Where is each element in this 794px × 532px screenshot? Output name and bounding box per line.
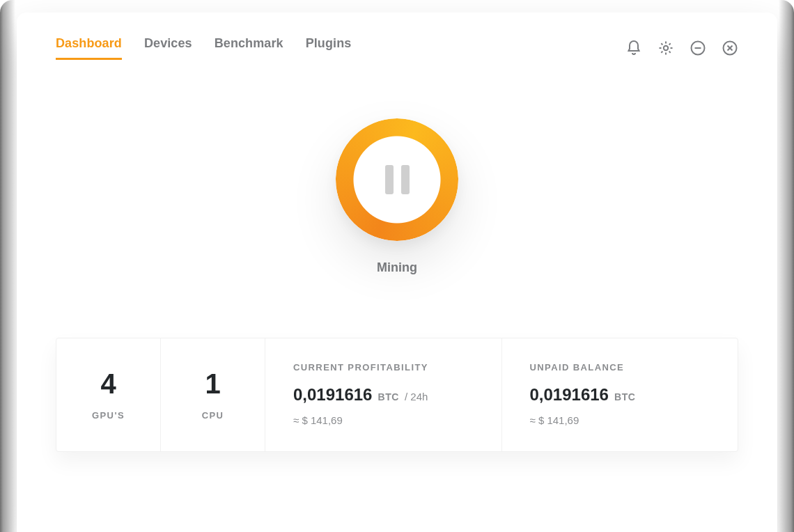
profitability-title: CURRENT PROFITABILITY bbox=[293, 362, 474, 373]
tab-dashboard[interactable]: Dashboard bbox=[56, 36, 122, 60]
profitability-unit: BTC bbox=[377, 391, 399, 402]
gpu-count: 4 bbox=[100, 370, 116, 398]
stat-profitability-card: CURRENT PROFITABILITY 0,0191616 BTC / 24… bbox=[265, 338, 502, 451]
mining-toggle-button[interactable] bbox=[336, 118, 458, 241]
gpu-label: GPU'S bbox=[92, 410, 125, 421]
balance-approx: ≈ $ 141,69 bbox=[530, 414, 710, 426]
stats-row: 4 GPU'S 1 CPU CURRENT PROFITABILITY 0,01… bbox=[56, 338, 738, 452]
profitability-value-line: 0,0191616 BTC / 24h bbox=[293, 385, 474, 405]
tab-devices[interactable]: Devices bbox=[144, 36, 192, 60]
profitability-value: 0,0191616 bbox=[293, 385, 372, 405]
minimize-icon[interactable] bbox=[690, 40, 706, 56]
mining-control-area: Mining bbox=[17, 118, 777, 275]
balance-title: UNPAID BALANCE bbox=[530, 362, 710, 373]
stat-balance-card: UNPAID BALANCE 0,0191616 BTC ≈ $ 141,69 bbox=[502, 338, 738, 451]
bell-icon[interactable] bbox=[625, 40, 642, 56]
profitability-approx: ≈ $ 141,69 bbox=[293, 414, 474, 426]
tab-benchmark[interactable]: Benchmark bbox=[215, 36, 283, 60]
close-icon[interactable] bbox=[722, 40, 738, 56]
cpu-label: CPU bbox=[202, 410, 224, 421]
stat-gpu-card: 4 GPU'S bbox=[56, 338, 161, 451]
balance-value: 0,0191616 bbox=[530, 385, 609, 405]
app-window: Dashboard Devices Benchmark Plugins bbox=[17, 13, 777, 532]
mining-status-label: Mining bbox=[377, 260, 417, 275]
gear-icon[interactable] bbox=[657, 40, 674, 56]
profitability-per: / 24h bbox=[405, 391, 428, 402]
balance-value-line: 0,0191616 BTC bbox=[530, 385, 710, 405]
nav-tabs: Dashboard Devices Benchmark Plugins bbox=[56, 36, 351, 60]
top-nav: Dashboard Devices Benchmark Plugins bbox=[17, 13, 777, 60]
mining-inner bbox=[355, 138, 439, 221]
tab-plugins[interactable]: Plugins bbox=[306, 36, 352, 60]
stat-cpu-card: 1 CPU bbox=[161, 338, 265, 451]
nav-icons bbox=[625, 40, 738, 56]
cpu-count: 1 bbox=[205, 370, 220, 398]
pause-icon bbox=[385, 165, 410, 194]
svg-point-0 bbox=[664, 46, 668, 50]
balance-unit: BTC bbox=[614, 391, 636, 402]
